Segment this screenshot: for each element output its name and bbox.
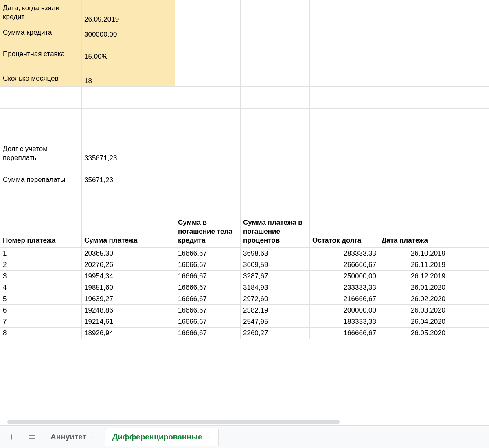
table-row: 4 19851,60 16666,67 3184,93 233333,33 26…: [0, 282, 489, 293]
cell-balance[interactable]: 216666,67: [310, 293, 379, 305]
table-row: 5 19639,27 16666,67 2972,60 216666,67 26…: [0, 293, 489, 305]
cell-interest[interactable]: 3184,93: [241, 282, 310, 293]
param-label[interactable]: Сколько месяцев: [0, 62, 82, 87]
cell-interest[interactable]: 2582,19: [241, 305, 310, 316]
table-row: 3 19954,34 16666,67 3287,67 250000,00 26…: [0, 271, 489, 282]
plus-icon: [7, 433, 15, 441]
cell-principal[interactable]: 16666,67: [175, 328, 241, 339]
empty-row: [0, 87, 489, 109]
cell-num[interactable]: 4: [0, 282, 82, 293]
spreadsheet-grid[interactable]: Дата, когда взяли кредит 26.09.2019 Сумм…: [0, 0, 489, 425]
param-label[interactable]: Сумма кредита: [0, 25, 82, 40]
tab-label: Дифференцированные: [112, 433, 202, 441]
param-row-date: Дата, когда взяли кредит 26.09.2019: [0, 0, 489, 25]
param-label[interactable]: Процентная ставка: [0, 40, 82, 62]
table-row: 1 20365,30 16666,67 3698,63 283333,33 26…: [0, 248, 489, 259]
cell-num[interactable]: 2: [0, 259, 82, 271]
sheet-table: Дата, когда взяли кредит 26.09.2019 Сумм…: [0, 0, 489, 339]
cell-date[interactable]: 26.11.2019: [379, 259, 448, 271]
all-sheets-button[interactable]: [23, 428, 41, 446]
summary-row-overpay: Сумма перепалаты 35671,23: [0, 164, 489, 186]
param-value[interactable]: 15,00%: [82, 40, 175, 62]
empty-row: [0, 109, 489, 120]
cell-balance[interactable]: 233333,33: [310, 282, 379, 293]
cell-date[interactable]: 26.03.2020: [379, 305, 448, 316]
cell-principal[interactable]: 16666,67: [175, 248, 241, 259]
cell-payment[interactable]: 20276,26: [82, 259, 175, 271]
schedule-header-row: Номер платежа Сумма платежа Сумма в пога…: [0, 208, 489, 248]
table-row: 8 18926,94 16666,67 2260,27 166666,67 26…: [0, 328, 489, 339]
param-value[interactable]: 300000,00: [82, 25, 175, 40]
scrollbar-thumb[interactable]: [7, 420, 340, 424]
param-value[interactable]: 18: [82, 62, 175, 87]
cell-interest[interactable]: 3287,67: [241, 271, 310, 282]
cell-num[interactable]: 5: [0, 293, 82, 305]
sheet-tab-bar: Аннуитет Дифференцированные: [0, 425, 489, 448]
col-header-interest[interactable]: Сумма платежа в погашение процентов: [241, 208, 310, 248]
param-row-sum: Сумма кредита 300000,00: [0, 25, 489, 40]
cell-balance[interactable]: 266666,67: [310, 259, 379, 271]
empty-row: [0, 186, 489, 208]
param-row-months: Сколько месяцев 18: [0, 62, 489, 87]
cell-payment[interactable]: 19954,34: [82, 271, 175, 282]
cell-principal[interactable]: 16666,67: [175, 316, 241, 328]
chevron-down-icon: [90, 435, 95, 439]
cell-date[interactable]: 26.05.2020: [379, 328, 448, 339]
cell-balance[interactable]: 183333,33: [310, 316, 379, 328]
summary-label[interactable]: Сумма перепалаты: [0, 164, 82, 186]
cell-payment[interactable]: 19639,27: [82, 293, 175, 305]
cell-interest[interactable]: 3609,59: [241, 259, 310, 271]
cell-num[interactable]: 7: [0, 316, 82, 328]
cell-interest[interactable]: 3698,63: [241, 248, 310, 259]
cell-balance[interactable]: 200000,00: [310, 305, 379, 316]
cell-date[interactable]: 26.02.2020: [379, 293, 448, 305]
param-label[interactable]: Дата, когда взяли кредит: [0, 0, 82, 25]
col-header-payment[interactable]: Сумма платежа: [82, 208, 175, 248]
cell-payment[interactable]: 19214,61: [82, 316, 175, 328]
table-row: 2 20276,26 16666,67 3609,59 266666,67 26…: [0, 259, 489, 271]
cell-num[interactable]: 8: [0, 328, 82, 339]
cell-date[interactable]: 26.04.2020: [379, 316, 448, 328]
col-header-balance[interactable]: Остаток долга: [310, 208, 379, 248]
add-sheet-button[interactable]: [2, 428, 20, 446]
cell-principal[interactable]: 16666,67: [175, 293, 241, 305]
param-value[interactable]: 26.09.2019: [82, 0, 175, 25]
cell-balance[interactable]: 283333,33: [310, 248, 379, 259]
cell-num[interactable]: 6: [0, 305, 82, 316]
cell-payment[interactable]: 20365,30: [82, 248, 175, 259]
cell-balance[interactable]: 250000,00: [310, 271, 379, 282]
cell-principal[interactable]: 16666,67: [175, 259, 241, 271]
cell-interest[interactable]: 2547,95: [241, 316, 310, 328]
tab-label: Аннуитет: [50, 433, 86, 441]
summary-label[interactable]: Долг с учетом переплаты: [0, 142, 82, 164]
summary-value[interactable]: 35671,23: [82, 164, 175, 186]
col-header-principal[interactable]: Сумма в погашение тела кредита: [175, 208, 241, 248]
param-row-rate: Процентная ставка 15,00%: [0, 40, 489, 62]
tab-annuity[interactable]: Аннуитет: [43, 428, 103, 446]
cell-date[interactable]: 26.12.2019: [379, 271, 448, 282]
cell-num[interactable]: 3: [0, 271, 82, 282]
cell-payment[interactable]: 19248,86: [82, 305, 175, 316]
chevron-down-icon: [206, 435, 211, 439]
horizontal-scrollbar[interactable]: [7, 420, 482, 424]
cell-interest[interactable]: 2260,27: [241, 328, 310, 339]
cell-payment[interactable]: 19851,60: [82, 282, 175, 293]
col-header-date[interactable]: Дата платежа: [379, 208, 489, 248]
cell-principal[interactable]: 16666,67: [175, 282, 241, 293]
col-header-num[interactable]: Номер платежа: [0, 208, 82, 248]
cell-date[interactable]: 26.01.2020: [379, 282, 448, 293]
cell-interest[interactable]: 2972,60: [241, 293, 310, 305]
table-row: 7 19214,61 16666,67 2547,95 183333,33 26…: [0, 316, 489, 328]
cell-date[interactable]: 26.10.2019: [379, 248, 448, 259]
cell-principal[interactable]: 16666,67: [175, 271, 241, 282]
cell-payment[interactable]: 18926,94: [82, 328, 175, 339]
summary-value[interactable]: 335671,23: [82, 142, 175, 164]
cell-balance[interactable]: 166666,67: [310, 328, 379, 339]
hamburger-icon: [28, 433, 36, 441]
table-row: 6 19248,86 16666,67 2582,19 200000,00 26…: [0, 305, 489, 316]
summary-row-debt: Долг с учетом переплаты 335671,23: [0, 142, 489, 164]
cell-num[interactable]: 1: [0, 248, 82, 259]
empty-row: [0, 120, 489, 142]
cell-principal[interactable]: 16666,67: [175, 305, 241, 316]
tab-differentiated[interactable]: Дифференцированные: [105, 428, 219, 446]
